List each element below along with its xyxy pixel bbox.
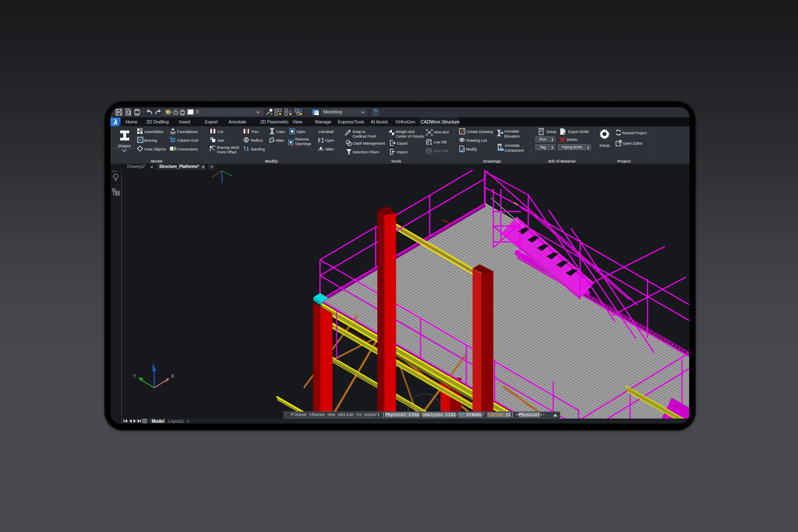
svg-text:Y: Y <box>133 373 136 379</box>
svg-text:X: X <box>171 373 174 379</box>
svg-text:λ: λ <box>113 118 117 126</box>
svg-text:?: ? <box>374 110 377 114</box>
svg-text:Z: Z <box>152 364 155 369</box>
